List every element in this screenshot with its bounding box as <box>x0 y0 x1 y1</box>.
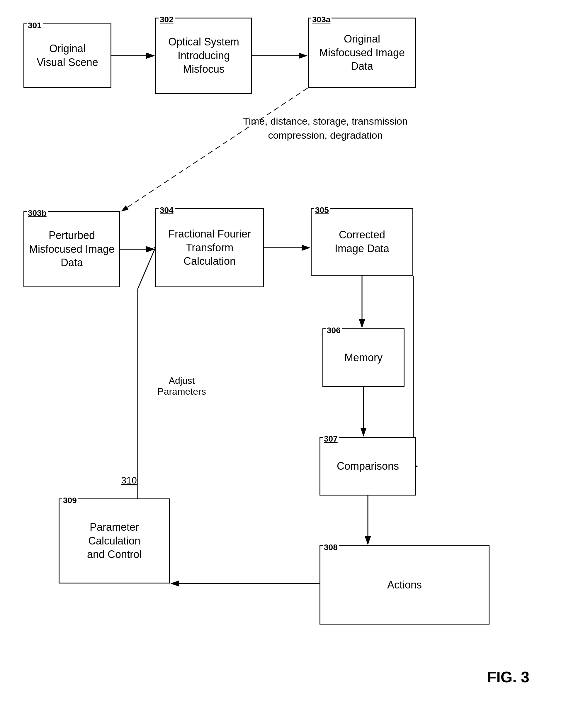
box-303a: 303a OriginalMisfocused ImageData <box>308 18 416 88</box>
box-309: 309 ParameterCalculationand Control <box>59 498 170 583</box>
box-307-text: Comparisons <box>334 456 402 476</box>
arrows-svg <box>0 0 588 721</box>
diagram-container: 301 OriginalVisual Scene 302 Optical Sys… <box>0 0 588 721</box>
box-302: 302 Optical SystemIntroducingMisfocus <box>155 18 252 94</box>
box-301-text: OriginalVisual Scene <box>34 39 101 73</box>
box-306-text: Memory <box>341 348 385 368</box>
svg-line-15 <box>138 248 155 289</box>
box-302-text: Optical SystemIntroducingMisfocus <box>165 32 242 79</box>
ref-310-label: 310 <box>117 475 141 486</box>
box-308-text: Actions <box>384 575 425 595</box>
box-305-text: CorrectedImage Data <box>332 225 392 259</box>
box-301-label: 301 <box>27 21 43 30</box>
fig-label: FIG. 3 <box>487 668 529 686</box>
box-304: 304 Fractional FourierTransformCalculati… <box>155 208 264 287</box>
adjust-params-label: AdjustParameters <box>144 375 220 397</box>
box-305-label: 305 <box>314 206 330 215</box>
box-303b-text: PerturbedMisfocused ImageData <box>26 226 118 273</box>
box-303a-text: OriginalMisfocused ImageData <box>316 29 408 76</box>
box-303b: 303b PerturbedMisfocused ImageData <box>23 211 120 287</box>
box-301: 301 OriginalVisual Scene <box>23 23 111 88</box>
box-309-text: ParameterCalculationand Control <box>84 517 145 564</box>
box-309-label: 309 <box>62 496 78 505</box>
box-305: 305 CorrectedImage Data <box>311 208 413 275</box>
degradation-annotation: Time, distance, storage, transmission co… <box>240 115 411 142</box>
box-306-label: 306 <box>326 326 342 335</box>
box-308-label: 308 <box>323 543 339 552</box>
box-304-text: Fractional FourierTransformCalculation <box>165 224 254 271</box>
box-307-label: 307 <box>323 434 339 444</box>
box-303b-label: 303b <box>27 208 48 218</box>
box-307: 307 Comparisons <box>319 437 416 496</box>
svg-line-4 <box>122 88 308 211</box>
box-306: 306 Memory <box>322 328 404 387</box>
box-304-label: 304 <box>159 206 175 215</box>
box-308: 308 Actions <box>319 545 489 624</box>
box-302-label: 302 <box>159 15 175 24</box>
box-303a-label: 303a <box>311 15 332 24</box>
